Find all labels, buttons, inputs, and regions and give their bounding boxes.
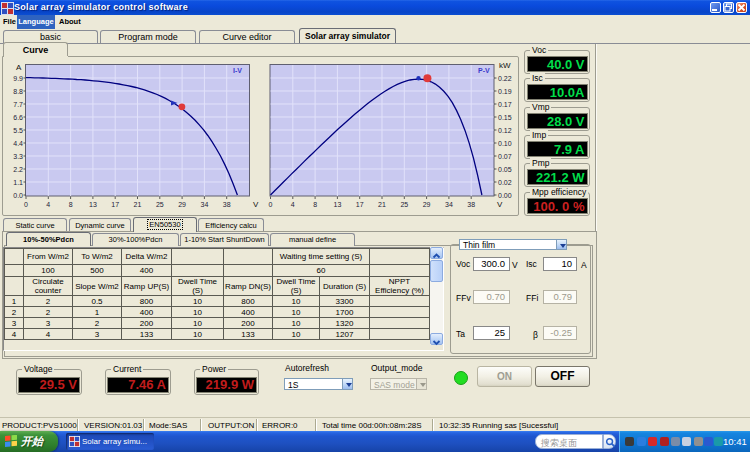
svg-text:34: 34 bbox=[445, 201, 453, 208]
svg-text:0.02: 0.02 bbox=[498, 179, 512, 186]
svg-text:0: 0 bbox=[269, 201, 273, 208]
svg-text:3.3: 3.3 bbox=[13, 153, 23, 160]
svg-text:0.07: 0.07 bbox=[498, 153, 512, 160]
svg-text:29: 29 bbox=[178, 201, 186, 208]
svg-text:V: V bbox=[253, 200, 259, 209]
svg-text:38: 38 bbox=[223, 201, 231, 208]
svg-text:29: 29 bbox=[423, 201, 431, 208]
svg-text:V: V bbox=[497, 200, 503, 209]
svg-text:0.22: 0.22 bbox=[498, 75, 512, 82]
svg-text:0: 0 bbox=[24, 201, 28, 208]
svg-text:0.0: 0.0 bbox=[13, 192, 23, 199]
svg-text:34: 34 bbox=[201, 201, 209, 208]
svg-text:I-V: I-V bbox=[233, 67, 242, 74]
svg-text:0.17: 0.17 bbox=[498, 101, 512, 108]
svg-text:17: 17 bbox=[356, 201, 364, 208]
svg-text:1.1: 1.1 bbox=[13, 179, 23, 186]
svg-text:0.05: 0.05 bbox=[498, 166, 512, 173]
svg-text:0.00: 0.00 bbox=[498, 192, 512, 199]
svg-text:9.9: 9.9 bbox=[13, 75, 23, 82]
svg-text:21: 21 bbox=[134, 201, 142, 208]
svg-text:A: A bbox=[16, 63, 22, 72]
svg-text:38: 38 bbox=[467, 201, 475, 208]
svg-text:8.8: 8.8 bbox=[13, 88, 23, 95]
svg-text:8: 8 bbox=[313, 201, 317, 208]
svg-text:0.12: 0.12 bbox=[498, 127, 512, 134]
svg-text:kW: kW bbox=[499, 61, 511, 70]
svg-text:8: 8 bbox=[69, 201, 73, 208]
svg-text:0.10: 0.10 bbox=[498, 140, 512, 147]
svg-text:13: 13 bbox=[334, 201, 342, 208]
svg-text:13: 13 bbox=[89, 201, 97, 208]
svg-text:25: 25 bbox=[156, 201, 164, 208]
svg-text:0.19: 0.19 bbox=[498, 88, 512, 95]
svg-text:P-V: P-V bbox=[478, 67, 490, 74]
svg-text:25: 25 bbox=[400, 201, 408, 208]
svg-text:4.4: 4.4 bbox=[13, 140, 23, 147]
svg-text:5.5: 5.5 bbox=[13, 127, 23, 134]
svg-text:7.7: 7.7 bbox=[13, 101, 23, 108]
svg-text:4: 4 bbox=[46, 201, 50, 208]
svg-text:17: 17 bbox=[111, 201, 119, 208]
svg-text:2.2: 2.2 bbox=[13, 166, 23, 173]
svg-text:4: 4 bbox=[291, 201, 295, 208]
svg-text:21: 21 bbox=[378, 201, 386, 208]
svg-text:6.6: 6.6 bbox=[13, 114, 23, 121]
svg-text:0.15: 0.15 bbox=[498, 114, 512, 121]
